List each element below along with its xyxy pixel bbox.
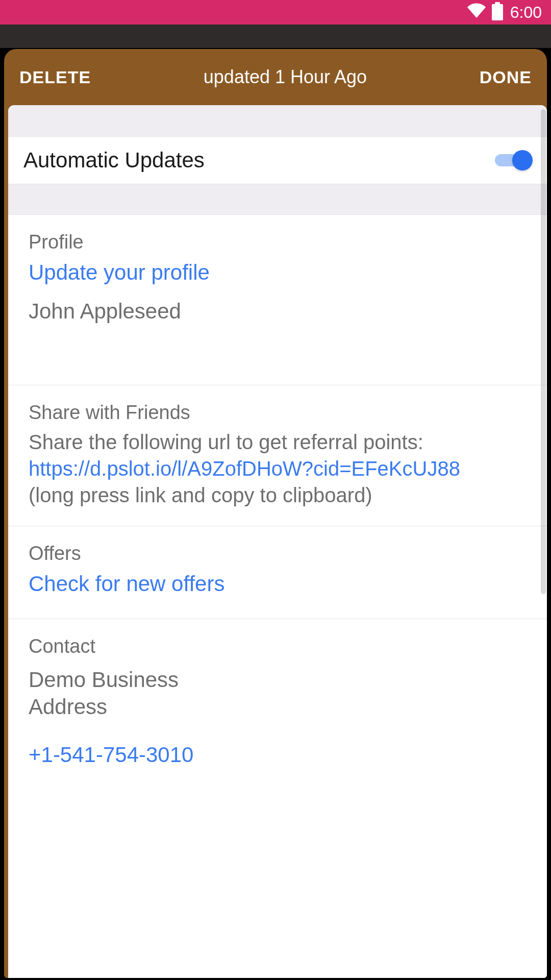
status-time: 6:00 <box>510 3 542 22</box>
check-offers-link[interactable]: Check for new offers <box>29 572 527 596</box>
contact-line2: Address <box>29 695 107 719</box>
done-button[interactable]: DONE <box>480 67 532 87</box>
automatic-updates-label: Automatic Updates <box>23 148 205 173</box>
settings-sheet: DELETE updated 1 Hour Ago DONE Automatic… <box>4 49 547 978</box>
profile-title: Profile <box>29 231 527 253</box>
contact-line1: Demo Business <box>29 668 179 692</box>
sheet-header: DELETE updated 1 Hour Ago DONE <box>4 49 547 105</box>
share-url-link[interactable]: https://d.pslot.io/l/A9ZofDHoW?cid=EFeKc… <box>29 455 527 482</box>
share-title: Share with Friends <box>29 402 527 424</box>
contact-section: Contact Demo Business Address +1-541-754… <box>8 619 547 767</box>
status-bar: 6:00 <box>0 0 551 24</box>
wifi-icon <box>467 1 486 23</box>
offers-title: Offers <box>29 543 527 565</box>
sheet-body: Automatic Updates Profile Update your pr… <box>8 105 547 978</box>
app-backdrop <box>0 24 551 48</box>
contact-title: Contact <box>29 635 527 657</box>
offers-section: Offers Check for new offers <box>8 526 547 619</box>
contact-address: Demo Business Address <box>29 667 527 720</box>
header-title: updated 1 Hour Ago <box>204 66 367 88</box>
automatic-updates-row[interactable]: Automatic Updates <box>8 137 547 184</box>
battery-icon <box>492 4 503 20</box>
automatic-updates-switch[interactable] <box>495 149 532 172</box>
profile-name: John Appleseed <box>29 299 527 324</box>
update-profile-link[interactable]: Update your profile <box>29 260 527 285</box>
scrollbar[interactable] <box>541 109 546 594</box>
delete-button[interactable]: DELETE <box>19 67 91 87</box>
share-section: Share with Friends Share the following u… <box>8 385 547 526</box>
switch-thumb <box>512 150 533 170</box>
profile-section: Profile Update your profile John Applese… <box>8 215 547 385</box>
section-gap <box>8 105 547 137</box>
share-hint: (long press link and copy to clipboard) <box>29 482 527 508</box>
section-gap <box>8 184 547 215</box>
contact-phone-link[interactable]: +1-541-754-3010 <box>29 743 527 767</box>
share-lead: Share the following url to get referral … <box>29 429 527 455</box>
